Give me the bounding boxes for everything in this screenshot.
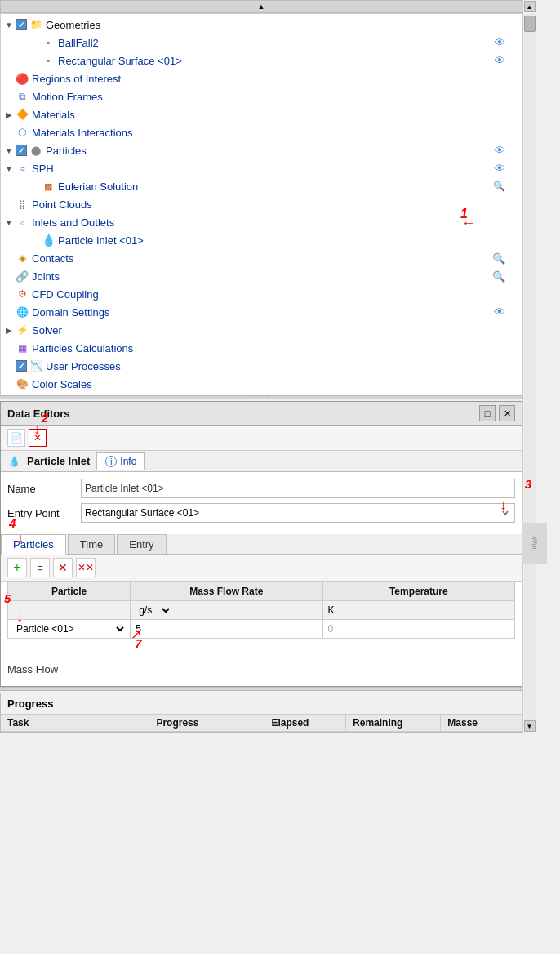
data-editors-controls: □ ✕ <box>479 405 515 421</box>
tree-item-eulerian[interactable]: ▩ Eulerian Solution 🔍 <box>1 177 509 195</box>
bottom-splitter[interactable]: · · · <box>0 687 522 691</box>
tree-item-particle-inlet[interactable]: 💧 Particle Inlet <01> <box>1 231 509 249</box>
eye-icon-particles[interactable]: 👁 <box>494 144 505 157</box>
tree-item-sph[interactable]: ▼ ≈ SPH 👁 <box>1 159 509 177</box>
col-header-temperature: Temperature <box>322 582 514 601</box>
tab-time[interactable]: Time <box>68 534 115 554</box>
checkbox-geometries[interactable] <box>16 19 27 30</box>
entry-point-select[interactable]: Rectangular Surface <01> <box>81 503 515 523</box>
new-doc-button[interactable]: 📄 <box>7 429 25 447</box>
particles-tabs-row: Particles Time Entry <box>1 534 522 555</box>
particles-icon: ⬤ <box>29 144 42 157</box>
tree-item-solver[interactable]: ▶ ⚡ Solver <box>1 321 509 339</box>
eye-icon-sph[interactable]: 👁 <box>494 162 505 175</box>
progress-panel: Progress Task Progress Elapsed Remaining… <box>0 693 522 733</box>
checkbox-particles[interactable] <box>16 145 27 156</box>
sph-icon: ≈ <box>16 162 29 175</box>
annotation-2: 2 <box>42 411 48 425</box>
mass-flow-input[interactable] <box>134 622 318 635</box>
annotation-4: 4 <box>9 516 16 530</box>
tree-item-geometries[interactable]: ▼ 📁 Geometries <box>1 16 509 33</box>
tree-label-inlets: Inlets and Outlets <box>32 216 505 229</box>
eye-icon-ballfall2[interactable]: 👁 <box>494 36 505 49</box>
tree-item-domain[interactable]: 🌐 Domain Settings 👁 <box>1 303 509 321</box>
tree-item-rect-surface[interactable]: ▪ Rectangular Surface <01> 👁 <box>1 51 509 69</box>
spacer10 <box>4 271 14 281</box>
tree-item-cfd[interactable]: ⚙ CFD Coupling <box>1 285 509 303</box>
surface-icon: ▪ <box>42 54 55 67</box>
particles-table-toolbar: + ≡ ✕ ✕✕ <box>1 555 522 582</box>
spacer13 <box>4 343 14 353</box>
eye-slash-icon-contacts[interactable]: 🔍 <box>492 252 505 265</box>
scroll-down-btn[interactable]: ▼ <box>524 720 536 732</box>
col-progress: Progress <box>149 715 264 731</box>
arrow-1: ← <box>461 215 476 232</box>
particle-select[interactable]: Particle <01> <box>11 622 127 636</box>
tree-panel: ▼ 📁 Geometries ▪ BallFall2 👁 ▪ Rectangu <box>0 13 522 395</box>
mass-flow-bottom-area: Mass Flow <box>7 639 515 680</box>
add-row-button[interactable]: + <box>7 558 27 577</box>
info-circle-icon: i <box>105 456 117 467</box>
joints-icon: 🔗 <box>16 270 29 283</box>
mass-flow-label: Mass Flow <box>7 663 58 675</box>
chevron-right-materials: ▶ <box>4 109 14 119</box>
temperature-input[interactable] <box>327 622 511 635</box>
tree-item-particles[interactable]: ▼ ⬤ Particles 👁 <box>1 141 509 159</box>
eye-icon-domain[interactable]: 👁 <box>494 305 505 319</box>
eye-slash-icon-joints[interactable]: 🔍 <box>492 270 505 283</box>
csdn-watermark: Wor <box>522 523 547 564</box>
unit-particle <box>8 601 131 620</box>
tree-item-joints[interactable]: 🔗 Joints 🔍 <box>1 267 509 285</box>
spacer11 <box>4 289 14 299</box>
chevron-down-sph: ▼ <box>4 163 14 173</box>
tree-label-joints: Joints <box>32 270 492 283</box>
tab-info[interactable]: i Info <box>96 452 145 470</box>
name-input[interactable] <box>81 479 515 498</box>
tab-particles[interactable]: Particles <box>1 534 66 555</box>
tree-item-materials[interactable]: ▶ 🔶 Materials <box>1 105 509 123</box>
eye-icon-rect[interactable]: 👁 <box>494 54 505 67</box>
tab-entry[interactable]: Entry <box>117 534 166 554</box>
tree-item-particles-calc[interactable]: ▦ Particles Calculations <box>1 339 509 357</box>
tree-item-mat-interactions[interactable]: ⬡ Materials Interactions <box>1 123 509 141</box>
scroll-up-arrow[interactable]: ▲ <box>0 0 522 13</box>
copy-row-button[interactable]: ≡ <box>30 558 50 577</box>
spacer15 <box>4 379 14 389</box>
tree-item-user-processes[interactable]: 📉 User Processes <box>1 357 509 375</box>
mass-flow-unit-select[interactable]: g/s kg/s <box>134 603 172 617</box>
checkbox-user-processes[interactable] <box>16 360 27 372</box>
tree-label-ballfall2: BallFall2 <box>58 37 494 49</box>
scroll-up-btn[interactable]: ▲ <box>524 1 536 12</box>
spacer14 <box>4 361 14 371</box>
delete-row-button[interactable]: ✕ <box>53 558 73 577</box>
spacer5 <box>4 127 14 137</box>
eye-slash-icon-eulerian[interactable]: 🔍 <box>493 181 505 192</box>
section-toolbar: 📄 ✕ 2 ↓ <box>1 426 522 451</box>
delete-all-button[interactable]: ✕✕ <box>76 558 96 577</box>
col-remaining: Remaining <box>346 715 441 731</box>
tree-item-ballfall2[interactable]: ▪ BallFall2 👁 <box>1 33 509 51</box>
particle-inlet-icon: 💧 <box>42 234 55 247</box>
tree-label-domain: Domain Settings <box>32 306 494 319</box>
tree-item-inlets[interactable]: ▼ ⬦ Inlets and Outlets 1 ← <box>1 213 509 231</box>
panel-splitter[interactable]: · · · <box>0 395 522 399</box>
domain-icon: 🌐 <box>16 305 29 319</box>
tree-label-eulerian: Eulerian Solution <box>58 181 493 193</box>
unit-temperature: K <box>322 601 514 620</box>
close-button[interactable]: ✕ <box>499 405 515 421</box>
chevron-down-particles: ▼ <box>4 145 14 155</box>
tree-item-color-scales[interactable]: 🎨 Color Scales <box>1 375 509 393</box>
contacts-icon: ◈ <box>16 252 29 265</box>
tree-item-contacts[interactable]: ◈ Contacts 🔍 <box>1 249 509 267</box>
tree-item-point-clouds[interactable]: ⣿ Point Clouds <box>1 195 509 213</box>
main-scrollbar[interactable]: ▲ ▼ <box>522 0 536 733</box>
scroll-thumb[interactable] <box>524 16 536 32</box>
section-header-row: 💧 Particle Inlet i Info <box>1 451 522 472</box>
maximize-button[interactable]: □ <box>479 405 496 421</box>
tree-item-motion-frames[interactable]: ⧉ Motion Frames <box>1 87 509 105</box>
tree-label-mat-interactions: Materials Interactions <box>32 127 505 139</box>
regions-icon: 🔴 <box>16 72 29 85</box>
tree-item-regions[interactable]: 🔴 Regions of Interest <box>1 69 509 87</box>
particles-tab-container: Particles Time Entry 4 ↓ <box>1 534 522 555</box>
particle-cell: Particle <01> 5 ↓ <box>8 620 131 639</box>
